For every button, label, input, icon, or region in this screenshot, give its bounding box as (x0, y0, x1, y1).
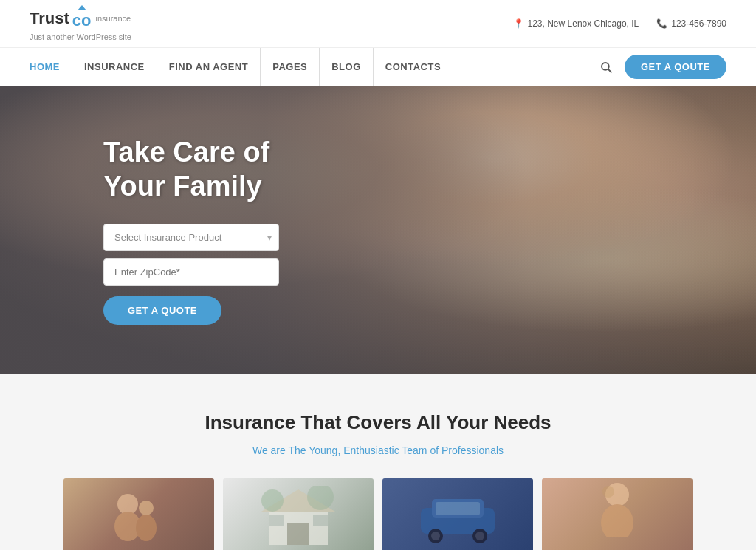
hero-get-quote-button[interactable]: GET A QUOTE (103, 296, 221, 325)
phone-icon: 📞 (656, 18, 667, 29)
needs-section-title: Insurance That Covers All Your Needs (30, 411, 726, 434)
svg-rect-9 (269, 515, 284, 526)
logo-roof-icon (78, 5, 86, 10)
svg-point-4 (139, 501, 154, 515)
nav-item-insurance[interactable]: INSURANCE (72, 48, 157, 86)
phone-text: 123-456-7890 (671, 18, 726, 29)
svg-point-5 (136, 515, 157, 541)
nav-item-contacts[interactable]: CONTACTS (374, 48, 453, 86)
logo-area: Trust co insurance Just another WordPres… (30, 6, 131, 41)
card-person-bg (542, 478, 693, 550)
nav-item-home[interactable]: HOME (30, 48, 72, 86)
address-info: 📍 123, New Lenox Chicago, IL (513, 18, 639, 29)
hero-content: Take Care of Your Family Select Insuranc… (0, 136, 279, 325)
svg-line-1 (608, 69, 611, 72)
logo-insurance: insurance (95, 14, 131, 23)
navbar: HOME INSURANCE FIND AN AGENT PAGES BLOG … (0, 48, 756, 86)
insurance-select-wrapper: Select Insurance Product Life Insurance … (103, 224, 279, 251)
nav-right: GET A QOUTE (599, 55, 726, 79)
logo-tagline: Just another WordPress site (30, 32, 131, 41)
needs-section-subtitle: We are The Young, Enthusiastic Team of P… (30, 444, 726, 456)
svg-point-11 (261, 489, 284, 512)
card-family[interactable] (63, 478, 214, 550)
svg-rect-8 (287, 523, 309, 545)
logo: Trust co insurance (30, 6, 131, 31)
svg-rect-10 (313, 515, 328, 526)
needs-section: Insurance That Covers All Your Needs We … (0, 374, 756, 550)
card-car-bg (382, 478, 533, 550)
nav-item-pages[interactable]: PAGES (261, 48, 320, 86)
svg-rect-19 (436, 502, 480, 515)
top-bar-right: 📍 123, New Lenox Chicago, IL 📞 123-456-7… (513, 18, 727, 29)
address-text: 123, New Lenox Chicago, IL (528, 18, 639, 29)
insurance-product-select[interactable]: Select Insurance Product Life Insurance … (103, 224, 279, 251)
svg-point-22 (602, 486, 614, 498)
hero-section: Take Care of Your Family Select Insuranc… (0, 86, 756, 374)
nav-item-find-agent[interactable]: FIND AN AGENT (157, 48, 261, 86)
svg-point-17 (431, 532, 440, 540)
top-bar: Trust co insurance Just another WordPres… (0, 0, 756, 48)
logo-trust: Trust (30, 9, 69, 28)
zipcode-input[interactable] (103, 258, 279, 286)
phone-info: 📞 123-456-7890 (656, 18, 726, 29)
card-car[interactable] (382, 478, 533, 550)
nav-links: HOME INSURANCE FIND AN AGENT PAGES BLOG … (30, 48, 599, 86)
svg-point-2 (117, 494, 138, 515)
card-family-bg (63, 478, 214, 550)
nav-item-blog[interactable]: BLOG (320, 48, 374, 86)
cards-row (30, 478, 726, 550)
get-quote-button[interactable]: GET A QOUTE (625, 55, 726, 79)
location-icon: 📍 (513, 18, 524, 29)
logo-co: co (72, 11, 92, 30)
card-person[interactable] (542, 478, 693, 550)
hero-title: Take Care of Your Family (103, 136, 279, 203)
hero-form: Select Insurance Product Life Insurance … (103, 224, 279, 325)
card-house-bg (223, 478, 374, 550)
card-house[interactable] (223, 478, 374, 550)
svg-point-18 (475, 532, 484, 540)
svg-point-21 (601, 504, 633, 537)
search-icon[interactable] (599, 61, 613, 74)
